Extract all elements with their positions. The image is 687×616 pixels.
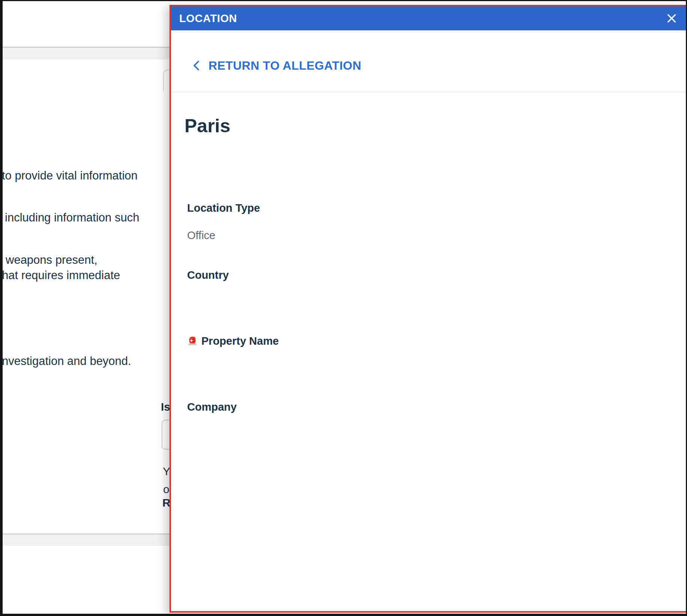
location-drawer: LOCATION RETURN TO ALLEGATION Paris Loca… — [170, 5, 687, 613]
return-to-allegation-link[interactable]: RETURN TO ALLEGATION — [192, 57, 361, 74]
bg-form-label: Is — [161, 401, 170, 413]
field-label: Country — [187, 268, 229, 282]
header-divider — [171, 92, 687, 92]
bg-clipped-text: o — [163, 483, 170, 496]
bg-text-fragment: to provide vital information — [2, 168, 138, 183]
bg-text-fragment: including information such — [5, 210, 139, 225]
field-label: Property Name — [201, 334, 279, 348]
drawer-title: LOCATION — [179, 12, 237, 25]
return-to-allegation-label: RETURN TO ALLEGATION — [208, 59, 361, 73]
drawer-header: LOCATION — [171, 6, 687, 30]
close-button[interactable] — [665, 12, 678, 25]
location-heading: Paris — [184, 115, 230, 137]
chevron-left-icon — [192, 60, 201, 72]
close-icon — [667, 13, 676, 23]
bg-text-fragment: nvestigation and beyond. — [2, 353, 131, 369]
field-country: Country — [187, 268, 229, 282]
field-location-type: Location Type Office — [187, 201, 260, 242]
bg-text-fragment: hat requires immediate — [2, 268, 120, 283]
bg-clipped-text: Y — [163, 465, 170, 478]
field-property-name: Property Name — [187, 334, 279, 348]
bg-text-fragment: weapons present, — [6, 252, 98, 268]
field-label: Location Type — [187, 201, 260, 215]
field-value: Office — [187, 229, 260, 242]
field-label: Company — [187, 400, 237, 414]
alert-light-icon — [187, 336, 198, 346]
field-company: Company — [187, 400, 237, 414]
